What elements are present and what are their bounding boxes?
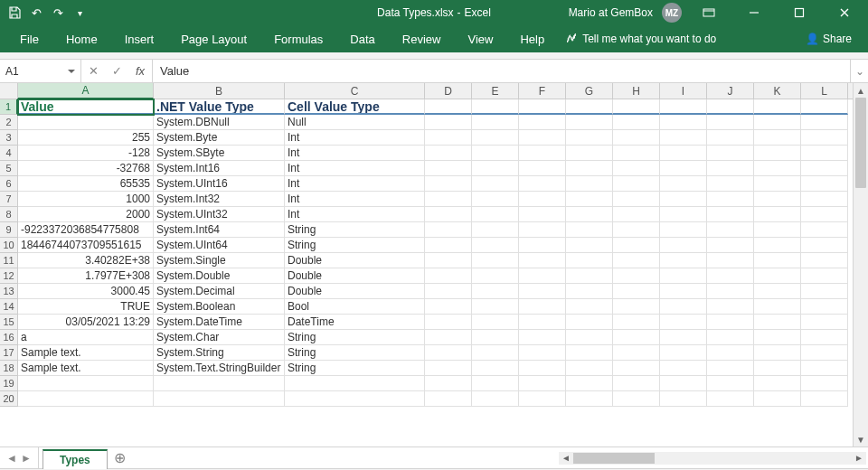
row-header[interactable]: 13: [0, 284, 18, 299]
cell[interactable]: [425, 345, 472, 361]
cell[interactable]: [425, 391, 472, 407]
scroll-right-icon[interactable]: ►: [852, 453, 866, 463]
row-header[interactable]: 12: [0, 268, 18, 284]
cell[interactable]: System.SByte: [154, 146, 285, 161]
formula-input[interactable]: Value: [153, 60, 850, 82]
cell[interactable]: 3000.45: [18, 284, 154, 299]
cell[interactable]: [566, 115, 613, 130]
cell[interactable]: [566, 130, 613, 146]
cell[interactable]: [519, 361, 566, 376]
cell[interactable]: [472, 299, 519, 315]
name-box[interactable]: A1: [0, 60, 81, 82]
cell[interactable]: [566, 330, 613, 345]
cell[interactable]: String: [285, 238, 425, 253]
cell[interactable]: [754, 268, 801, 284]
cell[interactable]: [613, 238, 660, 253]
cell[interactable]: [425, 99, 472, 115]
cell[interactable]: [707, 268, 754, 284]
cell[interactable]: [566, 207, 613, 222]
cell[interactable]: System.Int64: [154, 222, 285, 238]
tab-insert[interactable]: Insert: [112, 25, 167, 52]
cell[interactable]: [472, 284, 519, 299]
cell[interactable]: System.Boolean: [154, 299, 285, 315]
cell[interactable]: [472, 115, 519, 130]
row-header[interactable]: 20: [0, 391, 18, 407]
cell[interactable]: [801, 130, 848, 146]
cell[interactable]: [613, 299, 660, 315]
cell[interactable]: Int: [285, 207, 425, 222]
row-header[interactable]: 11: [0, 253, 18, 268]
cell[interactable]: [613, 161, 660, 176]
cell[interactable]: System.String: [154, 345, 285, 361]
cell[interactable]: Int: [285, 176, 425, 192]
cell[interactable]: [660, 345, 707, 361]
cell[interactable]: [660, 222, 707, 238]
cell[interactable]: [472, 207, 519, 222]
cell[interactable]: [566, 361, 613, 376]
cell[interactable]: [801, 315, 848, 330]
cell[interactable]: TRUE: [18, 299, 154, 315]
cell[interactable]: [425, 222, 472, 238]
cell[interactable]: [707, 330, 754, 345]
cell[interactable]: 2000: [18, 207, 154, 222]
cell[interactable]: [660, 192, 707, 207]
cell[interactable]: [613, 115, 660, 130]
cell[interactable]: [707, 176, 754, 192]
column-header-d[interactable]: D: [425, 83, 472, 99]
cell[interactable]: [801, 238, 848, 253]
cell[interactable]: -128: [18, 146, 154, 161]
cell[interactable]: [566, 284, 613, 299]
cell[interactable]: [707, 284, 754, 299]
cell[interactable]: [472, 315, 519, 330]
cell[interactable]: [613, 222, 660, 238]
cell[interactable]: [566, 238, 613, 253]
cell[interactable]: [754, 284, 801, 299]
row-header[interactable]: 8: [0, 207, 18, 222]
row-header[interactable]: 3: [0, 130, 18, 146]
redo-icon[interactable]: ↷: [51, 5, 65, 20]
cell[interactable]: System.Single: [154, 253, 285, 268]
cell[interactable]: 3.40282E+38: [18, 253, 154, 268]
cell[interactable]: [519, 330, 566, 345]
cell[interactable]: [519, 376, 566, 391]
cell[interactable]: [472, 222, 519, 238]
row-header[interactable]: 14: [0, 299, 18, 315]
cell[interactable]: [519, 222, 566, 238]
cell[interactable]: [519, 391, 566, 407]
cell[interactable]: [613, 330, 660, 345]
cell[interactable]: [613, 315, 660, 330]
cell[interactable]: [613, 176, 660, 192]
cell[interactable]: [472, 376, 519, 391]
cell[interactable]: [519, 115, 566, 130]
row-header[interactable]: 15: [0, 315, 18, 330]
cell[interactable]: [472, 330, 519, 345]
cell[interactable]: [18, 391, 154, 407]
cell[interactable]: 1.7977E+308: [18, 268, 154, 284]
enter-icon[interactable]: ✓: [105, 64, 128, 78]
cell[interactable]: Double: [285, 268, 425, 284]
cell[interactable]: System.UInt64: [154, 238, 285, 253]
cell[interactable]: [707, 207, 754, 222]
cell[interactable]: [754, 330, 801, 345]
cell[interactable]: [566, 222, 613, 238]
cell[interactable]: Int: [285, 161, 425, 176]
cell[interactable]: [472, 192, 519, 207]
cell[interactable]: [425, 284, 472, 299]
save-icon[interactable]: [7, 5, 22, 20]
cell[interactable]: [707, 146, 754, 161]
cell[interactable]: [707, 99, 754, 115]
cell[interactable]: [801, 345, 848, 361]
cell[interactable]: [754, 192, 801, 207]
column-header-h[interactable]: H: [613, 83, 660, 99]
vertical-scrollbar[interactable]: ▲ ▼: [853, 83, 868, 446]
cell[interactable]: [613, 376, 660, 391]
cell[interactable]: [707, 222, 754, 238]
scroll-down-icon[interactable]: ▼: [854, 432, 868, 446]
row-header[interactable]: 18: [0, 361, 18, 376]
cell[interactable]: String: [285, 330, 425, 345]
cell[interactable]: [801, 222, 848, 238]
cell[interactable]: [154, 391, 285, 407]
row-header[interactable]: 16: [0, 330, 18, 345]
cell[interactable]: [801, 376, 848, 391]
row-header[interactable]: 5: [0, 161, 18, 176]
